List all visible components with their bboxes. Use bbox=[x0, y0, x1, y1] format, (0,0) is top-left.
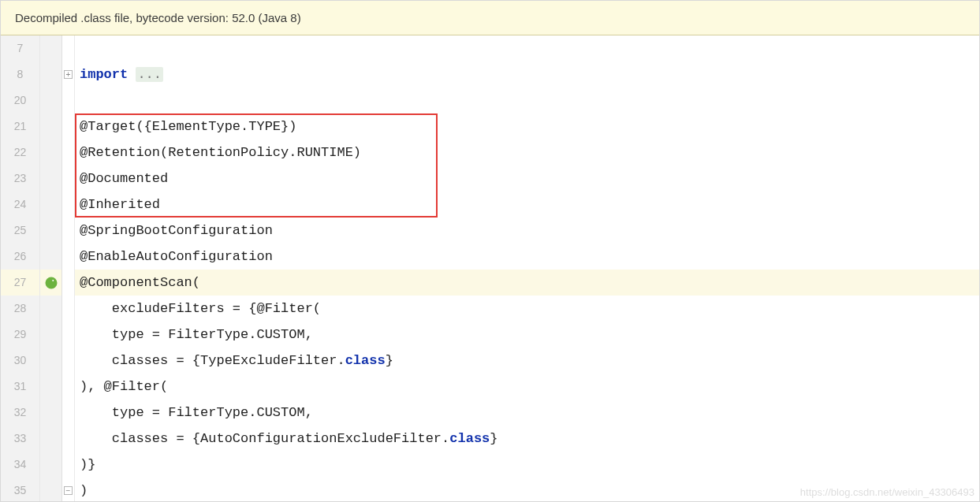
banner-text: Decompiled .class file, bytecode version… bbox=[15, 11, 301, 24]
keyword-class: class bbox=[345, 353, 386, 368]
line-number[interactable]: 33 bbox=[1, 426, 39, 452]
code-line[interactable]: import ... bbox=[75, 61, 979, 87]
decompiled-banner: Decompiled .class file, bytecode version… bbox=[1, 1, 979, 35]
fold-collapse-icon[interactable]: − bbox=[64, 486, 73, 495]
line-number[interactable]: 8 bbox=[1, 61, 39, 87]
keyword-class: class bbox=[449, 431, 490, 446]
code-line[interactable]: @Documented bbox=[75, 165, 979, 192]
line-number[interactable]: 28 bbox=[1, 296, 39, 322]
code-line[interactable]: )} bbox=[75, 452, 979, 478]
line-number[interactable]: 20 bbox=[1, 87, 39, 113]
line-number[interactable]: 7 bbox=[1, 35, 39, 61]
line-number[interactable]: 27 bbox=[1, 270, 39, 296]
line-number[interactable]: 25 bbox=[1, 218, 39, 244]
code-line[interactable] bbox=[75, 87, 979, 113]
code-line[interactable]: @Retention(RetentionPolicy.RUNTIME) bbox=[75, 139, 979, 165]
line-number[interactable]: 30 bbox=[1, 348, 39, 374]
code-line[interactable] bbox=[75, 35, 979, 61]
code-line-highlighted[interactable]: @ComponentScan( bbox=[75, 270, 979, 296]
code-line[interactable]: @Target({ElementType.TYPE}) bbox=[75, 113, 979, 139]
line-number-gutter[interactable]: 7 8 20 21 22 23 24 25 26 27 28 29 30 31 … bbox=[1, 35, 40, 501]
code-line[interactable]: type = FilterType.CUSTOM, bbox=[75, 400, 979, 426]
line-number[interactable]: 32 bbox=[1, 400, 39, 426]
code-line[interactable]: ), @Filter( bbox=[75, 374, 979, 400]
fold-column[interactable]: + − bbox=[62, 35, 75, 501]
code-line[interactable]: excludeFilters = {@Filter( bbox=[75, 296, 979, 322]
line-number[interactable]: 22 bbox=[1, 139, 39, 165]
spring-bean-icon[interactable] bbox=[44, 276, 58, 290]
code-line[interactable]: type = FilterType.CUSTOM, bbox=[75, 322, 979, 348]
line-number[interactable]: 23 bbox=[1, 165, 39, 192]
line-number[interactable]: 34 bbox=[1, 452, 39, 478]
code-line[interactable]: classes = {AutoConfigurationExcludeFilte… bbox=[75, 426, 979, 452]
code-area[interactable]: import ... @Target({ElementType.TYPE}) @… bbox=[75, 35, 979, 501]
line-number[interactable]: 31 bbox=[1, 374, 39, 400]
code-line[interactable]: @EnableAutoConfiguration bbox=[75, 244, 979, 270]
folded-imports[interactable]: ... bbox=[136, 67, 163, 82]
watermark-text: https://blog.csdn.net/weixin_43306493 bbox=[800, 486, 974, 498]
fold-expand-icon[interactable]: + bbox=[64, 70, 73, 79]
svg-point-1 bbox=[52, 280, 54, 281]
line-number[interactable]: 24 bbox=[1, 192, 39, 218]
keyword-import: import bbox=[80, 67, 128, 82]
code-line[interactable]: @SpringBootConfiguration bbox=[75, 218, 979, 244]
gutter-icons-column bbox=[40, 35, 62, 501]
line-number[interactable]: 35 bbox=[1, 478, 39, 502]
line-number[interactable]: 26 bbox=[1, 244, 39, 270]
line-number[interactable]: 21 bbox=[1, 113, 39, 139]
svg-point-0 bbox=[46, 277, 58, 289]
code-line[interactable]: classes = {TypeExcludeFilter.class} bbox=[75, 348, 979, 374]
code-line[interactable]: @Inherited bbox=[75, 192, 979, 218]
code-editor[interactable]: 7 8 20 21 22 23 24 25 26 27 28 29 30 31 … bbox=[1, 35, 979, 501]
line-number[interactable]: 29 bbox=[1, 322, 39, 348]
